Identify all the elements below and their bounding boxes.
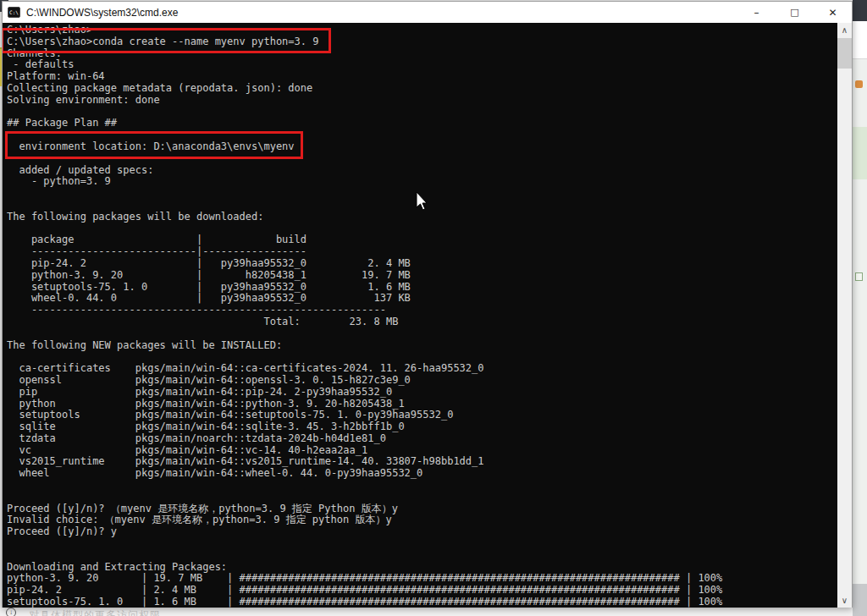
maximize-icon: □	[790, 7, 798, 18]
scrollbar-thumb[interactable]	[837, 38, 852, 69]
background-list-item-fragment	[853, 127, 867, 179]
caption-buttons: – □ ✕	[737, 2, 852, 23]
background-bottom-text: 对具体模型的更多访问权限	[29, 608, 161, 616]
background-icon-fragment	[855, 80, 863, 88]
close-button[interactable]: ✕	[814, 2, 852, 23]
circle-arrow-icon: ↓	[6, 608, 16, 616]
titlebar[interactable]: C:\ C:\WINDOWS\system32\cmd.exe – □ ✕	[3, 2, 852, 23]
highlight-box-conda-create-command	[3, 28, 331, 53]
background-file-icon	[855, 272, 863, 281]
background-statusbar-fragment	[853, 584, 867, 616]
highlight-box-environment-location	[5, 131, 303, 159]
maximize-button[interactable]: □	[776, 2, 814, 23]
cmd-window: C:\ C:\WINDOWS\system32\cmd.exe – □ ✕ C:…	[2, 1, 853, 608]
background-toolbar-fragment	[853, 21, 867, 59]
mouse-cursor-icon	[416, 192, 429, 212]
cmd-icon: C:\	[8, 7, 20, 18]
background-window-right-edge	[853, 0, 867, 616]
scroll-up-arrow-icon[interactable]: ∧	[837, 23, 852, 37]
scroll-down-arrow-icon[interactable]: ∨	[837, 593, 852, 608]
minimize-button[interactable]: –	[737, 2, 776, 23]
terminal-text: C:\Users\zhao> C:\Users\zhao>conda creat…	[7, 25, 722, 608]
scrollbar[interactable]: ∧ ∨	[837, 23, 852, 608]
background-bottom-strip: ↓ 对具体模型的更多访问权限	[0, 608, 853, 616]
window-title: C:\WINDOWS\system32\cmd.exe	[26, 7, 178, 19]
console-output[interactable]: C:\Users\zhao> C:\Users\zhao>conda creat…	[3, 23, 852, 608]
background-titlebar-fragment	[853, 0, 867, 21]
